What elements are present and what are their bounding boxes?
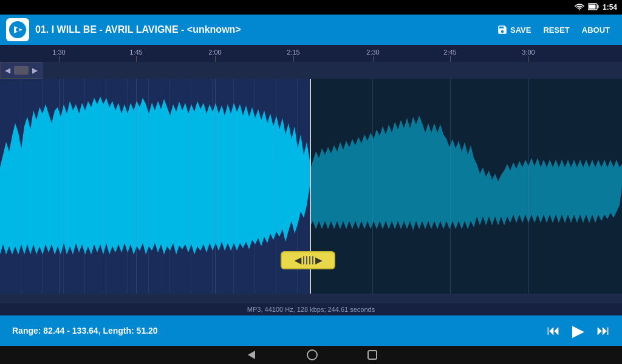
nav-bar [0, 346, 622, 364]
app-icon [6, 18, 29, 41]
range-info: Range: 82.44 - 133.64, Length: 51.20 [12, 326, 547, 335]
svg-rect-3 [589, 5, 595, 9]
waveform-area[interactable]: 1:30 1:45 2:00 2:15 2:30 2:45 3:00 ◀ ▶ [0, 45, 622, 306]
overview-left-btn[interactable]: ◀ [3, 66, 12, 75]
status-bar: 1:54 [0, 0, 622, 15]
waveform-unselected-svg [310, 79, 622, 294]
play-button[interactable]: ▶ [572, 322, 584, 340]
status-time: 1:54 [603, 3, 617, 12]
selected-region[interactable] [0, 79, 310, 294]
home-nav-button[interactable] [306, 349, 318, 361]
fast-forward-button[interactable]: ⏭ [596, 323, 610, 339]
waveform-selected-svg [0, 79, 310, 294]
time-marker-130: 1:30 [52, 49, 65, 56]
scrubber-bar-3 [309, 256, 310, 265]
svg-marker-6 [248, 351, 255, 359]
overview-bar[interactable]: ◀ ▶ [0, 62, 43, 79]
scrubber-left-arrow[interactable]: ◀ [295, 255, 301, 265]
back-nav-button[interactable] [244, 348, 258, 362]
reset-button[interactable]: RESET [537, 23, 575, 37]
overview-handle[interactable] [14, 66, 29, 75]
scrubber-handle[interactable]: ◀ ▶ [281, 251, 335, 269]
rewind-button[interactable]: ⏮ [547, 323, 560, 339]
wifi-icon [575, 3, 584, 12]
time-marker-245: 2:45 [443, 49, 456, 56]
time-marker-215: 2:15 [287, 49, 299, 56]
svg-rect-2 [597, 5, 598, 8]
svg-point-5 [16, 28, 19, 32]
about-button[interactable]: ABOUT [576, 23, 616, 37]
waveform-canvas[interactable]: ◀ ▶ [0, 79, 622, 294]
scrubber-bar-1 [303, 256, 304, 265]
time-marker-200: 2:00 [208, 49, 221, 56]
overview-right-btn[interactable]: ▶ [30, 66, 39, 75]
scrubber-right-arrow[interactable]: ▶ [315, 255, 322, 265]
svg-point-7 [307, 350, 317, 360]
time-marker-145: 1:45 [129, 49, 142, 56]
save-button[interactable]: SAVE [491, 22, 537, 38]
info-bar: MP3, 44100 Hz, 128 kbps; 244.61 seconds [0, 303, 622, 315]
time-marker-230: 2:30 [366, 49, 379, 56]
player-controls: ⏮ ▶ ⏭ [547, 322, 610, 340]
svg-point-0 [579, 9, 580, 10]
scrubber-bar-4 [312, 256, 313, 265]
recents-nav-button[interactable] [367, 349, 378, 360]
svg-rect-8 [368, 351, 377, 359]
scrubber-bar-2 [306, 256, 307, 265]
timeline: 1:30 1:45 2:00 2:15 2:30 2:45 3:00 [0, 45, 622, 62]
battery-icon [588, 3, 599, 12]
player-bar: Range: 82.44 - 133.64, Length: 51.20 ⏮ ▶… [0, 315, 622, 346]
info-text: MP3, 44100 Hz, 128 kbps; 244.61 seconds [247, 306, 375, 313]
time-marker-300: 3:00 [522, 49, 535, 56]
toolbar: 01. I WILL BE - AVRIL LAVIGNE - <unknown… [0, 15, 622, 45]
song-title: 01. I WILL BE - AVRIL LAVIGNE - <unknown… [35, 24, 491, 35]
unselected-region[interactable] [310, 79, 622, 294]
